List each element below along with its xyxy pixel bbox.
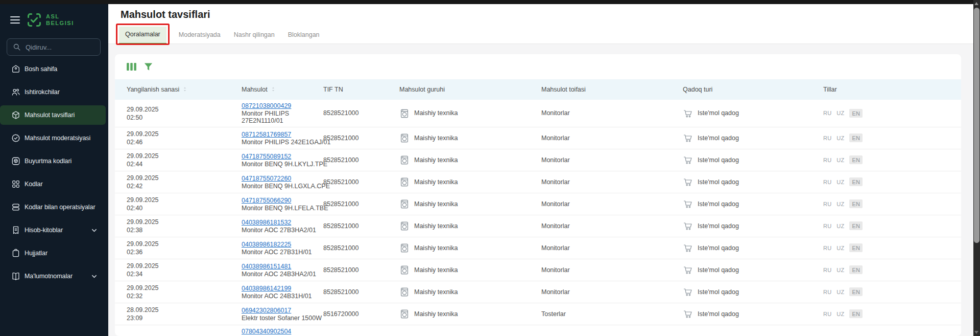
language-en[interactable]: EN <box>849 221 863 230</box>
table-card: Yangilanish sanasiMahsulotTIF TNMahsulot… <box>115 54 961 336</box>
language-en[interactable]: EN <box>849 287 863 296</box>
cart-icon <box>683 287 693 297</box>
language-ru[interactable]: RU <box>823 311 831 317</box>
search-input[interactable] <box>26 43 94 51</box>
sort-icon[interactable] <box>271 86 276 92</box>
language-en[interactable]: EN <box>849 155 863 164</box>
sidebar-item-bosh-sahifa[interactable]: Bosh sahifa <box>0 59 106 79</box>
language-ru[interactable]: RU <box>823 179 831 185</box>
language-en[interactable]: EN <box>849 177 863 186</box>
language-ru[interactable]: RU <box>823 201 831 207</box>
language-en[interactable]: EN <box>849 309 863 318</box>
language-uz[interactable]: UZ <box>836 157 844 163</box>
scrollbar-up-arrow-icon[interactable] <box>974 2 978 5</box>
scrollbar-down-arrow-icon[interactable] <box>974 331 978 334</box>
language-ru[interactable]: RU <box>823 245 831 251</box>
tif-tn-cell: 8528521000 <box>319 127 395 149</box>
product-code-link[interactable]: 07804340902504 <box>242 328 291 335</box>
product-code-link[interactable]: 04718755089152 <box>242 153 291 160</box>
sidebar-item-malumotnomalar[interactable]: Ma'lumotnomalar <box>0 266 106 286</box>
language-ru[interactable]: RU <box>823 135 831 141</box>
language-ru[interactable]: RU <box>823 267 831 273</box>
chevron-down-icon[interactable] <box>91 273 98 280</box>
sidebar-item-label: Kodlar bilan operatsiyalar <box>25 204 95 211</box>
product-cell: 08712581769857Monitor PHILIPS 242E1GAJ/0… <box>237 127 319 149</box>
language-uz[interactable]: UZ <box>836 311 844 317</box>
language-en[interactable]: EN <box>849 243 863 252</box>
language-uz[interactable]: UZ <box>836 289 844 295</box>
languages-cell: RUUZEN <box>819 325 961 336</box>
tab-moderatsiyada[interactable]: Moderatsiyada <box>178 27 222 43</box>
language-uz[interactable]: UZ <box>836 110 844 116</box>
tif-tn-cell: 2204219800 <box>319 325 395 336</box>
tab-bloklangan[interactable]: Bloklangan <box>287 27 321 43</box>
product-cell: 04718755089152Monitor BENQ 9H.LKYLJ.TPE <box>237 149 319 171</box>
package-type-cell: Iste'mol qadog <box>679 303 819 325</box>
product-code-link[interactable]: 04038986151481 <box>242 263 291 270</box>
language-uz[interactable]: UZ <box>836 179 844 185</box>
language-uz[interactable]: UZ <box>836 135 844 141</box>
updated-at-cell: 29.09.202502:46 <box>115 127 237 149</box>
cart-icon <box>683 309 693 319</box>
chevron-down-icon[interactable] <box>91 227 98 234</box>
sidebar-item-mahsulot-moderatsiyasi[interactable]: Mahsulot moderatsiyasi <box>0 128 106 148</box>
sidebar-item-hujjatlar[interactable]: Hujjatlar <box>0 243 106 263</box>
language-en[interactable]: EN <box>849 133 863 142</box>
product-code-link[interactable]: 04718755072260 <box>242 175 291 182</box>
product-code-link[interactable]: 06942302806017 <box>242 307 291 314</box>
updated-at-cell: 29.09.202502:50 <box>115 100 237 127</box>
sidebar-item-hisob-kitoblar[interactable]: Hisob-kitoblar <box>0 220 106 240</box>
sidebar-item-kodlar[interactable]: Kodlar <box>0 174 106 194</box>
main: Mahsulot tavsiflari QoralamalarModeratsi… <box>108 0 973 336</box>
sidebar: ASL BELGISI Bosh sahifaIshtirokchilarMah… <box>0 0 108 336</box>
languages-cell: RUUZEN <box>819 149 961 171</box>
menu-toggle-button[interactable] <box>10 15 20 25</box>
product-group-cell: Maishiy texnika <box>395 303 537 325</box>
language-uz[interactable]: UZ <box>836 201 844 207</box>
language-en[interactable]: EN <box>849 265 863 274</box>
language-ru[interactable]: RU <box>823 223 831 229</box>
home-icon <box>11 64 20 74</box>
product-code-link[interactable]: 08721038000429 <box>242 102 291 109</box>
product-category-cell: Monitorlar <box>537 149 679 171</box>
appliance-icon <box>399 155 410 165</box>
language-en[interactable]: EN <box>849 109 863 118</box>
language-ru[interactable]: RU <box>823 110 831 116</box>
tab-qoralamalar[interactable]: Qoralamalar <box>119 27 166 44</box>
tif-tn-cell: 8516720000 <box>319 303 395 325</box>
columns-settings-button[interactable] <box>127 63 136 72</box>
language-uz[interactable]: UZ <box>836 223 844 229</box>
product-code-link[interactable]: 04718755066290 <box>242 197 291 204</box>
sidebar-item-ishtirokchilar[interactable]: Ishtirokchilar <box>0 82 106 102</box>
sidebar-item-buyurtma-kodlari[interactable]: Buyurtma kodlari <box>0 151 106 171</box>
updated-at-cell: 29.09.202502:36 <box>115 237 237 259</box>
language-en[interactable]: EN <box>849 199 863 208</box>
updated-at-cell: 29.09.202502:38 <box>115 215 237 237</box>
language-uz[interactable]: UZ <box>836 245 844 251</box>
tabs: QoralamalarModeratsiyadaNashr qilinganBl… <box>108 20 973 44</box>
vertical-scrollbar[interactable] <box>973 0 980 336</box>
table-row: 29.09.202502:4608712581769857Monitor PHI… <box>115 127 961 149</box>
scrollbar-thumb[interactable] <box>974 8 979 243</box>
product-code-link[interactable]: 08712581769857 <box>242 131 291 138</box>
sidebar-item-mahsulot-tavsiflari[interactable]: Mahsulot tavsiflari <box>0 105 106 125</box>
appliance-icon <box>399 177 410 187</box>
tab-nashr-qilingan[interactable]: Nashr qilingan <box>233 27 276 43</box>
language-ru[interactable]: RU <box>823 157 831 163</box>
product-code-link[interactable]: 04038986182225 <box>242 241 291 248</box>
updated-at-cell: 29.09.202502:40 <box>115 193 237 215</box>
column-header-mahsulot[interactable]: Mahsulot <box>237 79 319 100</box>
sidebar-item-kodlar-bilan-operatsiyalar[interactable]: Kodlar bilan operatsiyalar <box>0 197 106 217</box>
language-ru[interactable]: RU <box>823 289 831 295</box>
table-row: 29.09.202502:3604038986182225Monitor AOC… <box>115 237 961 259</box>
logo[interactable]: ASL BELGISI <box>27 12 74 28</box>
column-header-yangilanish-sanasi[interactable]: Yangilanish sanasi <box>115 79 237 100</box>
table-row: 28.09.202523:0906942302806017Elektr tost… <box>115 303 961 325</box>
sort-icon[interactable] <box>182 86 187 92</box>
product-code-link[interactable]: 04038986142199 <box>242 285 291 292</box>
product-code-link[interactable]: 04038986181532 <box>242 219 291 226</box>
product-name-line: Monitor AOC 27B31H/01 <box>242 249 315 256</box>
filter-button[interactable] <box>144 63 153 72</box>
cart-icon <box>683 155 693 165</box>
language-uz[interactable]: UZ <box>836 267 844 273</box>
